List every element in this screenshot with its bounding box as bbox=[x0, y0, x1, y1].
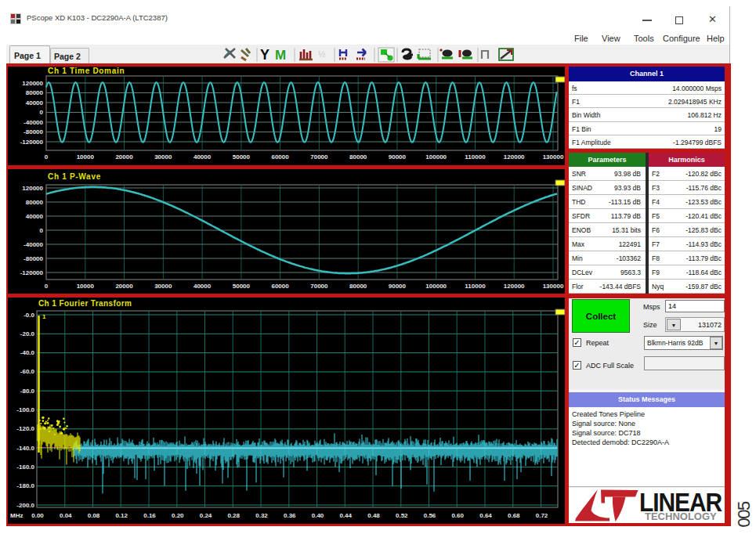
svg-text:20000: 20000 bbox=[115, 153, 133, 161]
svg-text:80000: 80000 bbox=[26, 199, 44, 206]
svg-text:60000: 60000 bbox=[271, 153, 289, 161]
svg-text:110000: 110000 bbox=[465, 283, 486, 290]
svg-text:0.12: 0.12 bbox=[115, 512, 128, 519]
svg-text:100000: 100000 bbox=[425, 153, 447, 161]
svg-text:70000: 70000 bbox=[310, 153, 328, 161]
svg-text:TECHNOLOGY: TECHNOLOGY bbox=[645, 511, 717, 522]
svg-text:80000: 80000 bbox=[26, 89, 44, 96]
svg-text:-140.0: -140.0 bbox=[16, 445, 34, 452]
svg-text:10000: 10000 bbox=[77, 153, 95, 161]
svg-text:80000: 80000 bbox=[349, 153, 367, 161]
svg-text:0.56: 0.56 bbox=[424, 512, 436, 519]
svg-text:0.28: 0.28 bbox=[227, 512, 240, 519]
svg-text:-40000: -40000 bbox=[24, 241, 43, 248]
svg-text:-120000: -120000 bbox=[20, 269, 44, 276]
svg-text:50000: 50000 bbox=[233, 153, 251, 161]
svg-text:-120.0: -120.0 bbox=[16, 425, 34, 432]
svg-text:-80000: -80000 bbox=[24, 255, 43, 262]
svg-text:50000: 50000 bbox=[233, 283, 251, 290]
svg-text:120000: 120000 bbox=[504, 153, 525, 161]
svg-text:30000: 30000 bbox=[154, 283, 172, 290]
svg-text:-200.0: -200.0 bbox=[16, 502, 34, 509]
svg-text:0: 0 bbox=[45, 153, 49, 161]
svg-text:20000: 20000 bbox=[115, 283, 133, 290]
svg-text:0: 0 bbox=[45, 283, 49, 290]
svg-text:-180.0: -180.0 bbox=[16, 482, 34, 489]
svg-text:MHz: MHz bbox=[10, 512, 23, 519]
svg-text:-40.0: -40.0 bbox=[20, 349, 35, 356]
svg-text:60000: 60000 bbox=[271, 283, 289, 290]
svg-text:-40000: -40000 bbox=[24, 119, 43, 126]
svg-text:-60.0: -60.0 bbox=[20, 368, 35, 375]
svg-text:Y: Y bbox=[260, 47, 269, 63]
svg-text:0.16: 0.16 bbox=[143, 512, 156, 519]
svg-text:100000: 100000 bbox=[425, 283, 447, 290]
svg-text:Ch 1 P-Wave: Ch 1 P-Wave bbox=[48, 172, 101, 181]
svg-text:80000: 80000 bbox=[349, 283, 367, 290]
svg-text:-0.0: -0.0 bbox=[24, 312, 34, 319]
svg-text:70000: 70000 bbox=[310, 283, 328, 290]
svg-text:0.52: 0.52 bbox=[396, 512, 408, 519]
svg-text:0.36: 0.36 bbox=[284, 512, 296, 519]
svg-text:M: M bbox=[275, 48, 286, 63]
svg-text:-80.0: -80.0 bbox=[20, 388, 35, 395]
svg-text:120000: 120000 bbox=[22, 185, 43, 192]
svg-text:90000: 90000 bbox=[389, 283, 407, 290]
svg-text:Ch 1 Time Domain: Ch 1 Time Domain bbox=[48, 67, 125, 75]
svg-text:0.04: 0.04 bbox=[60, 512, 72, 519]
svg-text:0: 0 bbox=[40, 227, 44, 234]
svg-text:-100.0: -100.0 bbox=[16, 406, 34, 413]
svg-text:0.32: 0.32 bbox=[255, 512, 268, 519]
svg-text:40000: 40000 bbox=[26, 213, 44, 220]
svg-text:Ch 1 Fourier Transform: Ch 1 Fourier Transform bbox=[38, 299, 132, 308]
svg-text:40000: 40000 bbox=[194, 153, 212, 161]
svg-text:130000: 130000 bbox=[543, 283, 564, 290]
svg-text:0.20: 0.20 bbox=[172, 512, 184, 519]
svg-text:0.00: 0.00 bbox=[31, 512, 44, 519]
svg-text:120000: 120000 bbox=[22, 80, 43, 87]
svg-text:0.44: 0.44 bbox=[339, 512, 352, 519]
svg-text:0.72: 0.72 bbox=[536, 512, 548, 519]
svg-text:½: ½ bbox=[318, 49, 325, 59]
svg-text:-120000: -120000 bbox=[20, 139, 44, 146]
svg-text:0.08: 0.08 bbox=[88, 512, 100, 519]
svg-text:-20.0: -20.0 bbox=[20, 330, 35, 337]
svg-text:120000: 120000 bbox=[504, 283, 525, 290]
svg-text:90000: 90000 bbox=[389, 153, 407, 161]
svg-text:0.24: 0.24 bbox=[200, 512, 212, 519]
svg-text:0.40: 0.40 bbox=[312, 512, 324, 519]
svg-text:-80000: -80000 bbox=[24, 128, 43, 135]
svg-text:0: 0 bbox=[40, 109, 44, 116]
svg-text:40000: 40000 bbox=[194, 283, 212, 290]
svg-text:110000: 110000 bbox=[465, 153, 486, 161]
svg-text:0.60: 0.60 bbox=[451, 512, 464, 519]
svg-text:0.48: 0.48 bbox=[367, 512, 380, 519]
svg-text:1: 1 bbox=[42, 313, 46, 320]
svg-text:-160.0: -160.0 bbox=[16, 464, 34, 471]
svg-text:0.64: 0.64 bbox=[479, 512, 492, 519]
svg-text:0.68: 0.68 bbox=[508, 512, 520, 519]
svg-text:30000: 30000 bbox=[154, 153, 172, 161]
svg-text:130000: 130000 bbox=[543, 153, 564, 161]
svg-text:40000: 40000 bbox=[26, 99, 44, 106]
svg-text:10000: 10000 bbox=[77, 283, 95, 290]
